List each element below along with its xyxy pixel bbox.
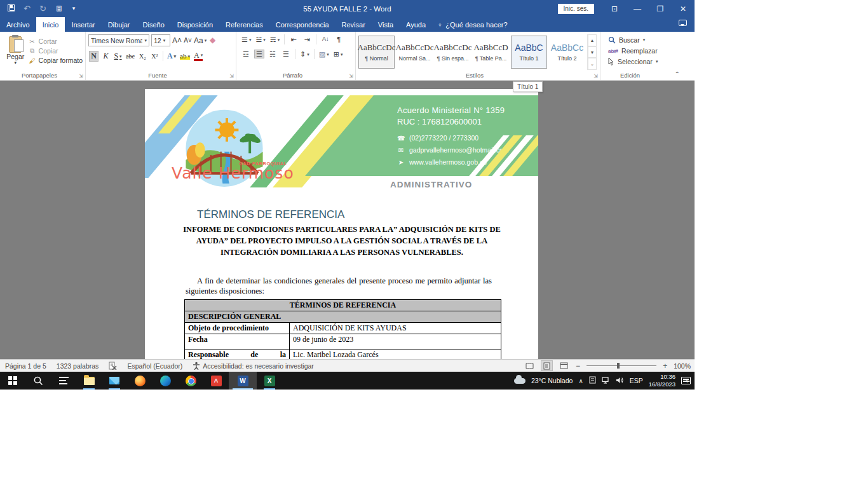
- strikethrough-button[interactable]: abc: [126, 53, 135, 60]
- styles-scroll-up-icon[interactable]: ▲: [588, 34, 597, 46]
- style-sin-espaciado[interactable]: AaBbCcDc¶ Sin espa...: [435, 36, 471, 69]
- proofing-icon[interactable]: [109, 362, 117, 370]
- style-titulo-2[interactable]: AaBbCcTítulo 2: [549, 36, 585, 69]
- subscript-button[interactable]: X₂: [139, 53, 147, 60]
- bullets-icon[interactable]: ☰: [241, 36, 251, 43]
- font-color-button[interactable]: A: [194, 51, 203, 61]
- web-layout-icon[interactable]: [559, 361, 569, 370]
- pilcrow-icon[interactable]: ¶: [334, 36, 343, 43]
- page-indicator[interactable]: Página 1 de 5: [5, 362, 46, 370]
- start-button[interactable]: [0, 372, 25, 390]
- underline-button[interactable]: S: [114, 51, 122, 61]
- task-view-icon[interactable]: [51, 372, 76, 390]
- keyboard-language[interactable]: ESP: [630, 377, 643, 384]
- tab-dibujar[interactable]: Dibujar: [102, 17, 137, 32]
- notification-center-icon[interactable]: 4: [681, 377, 691, 384]
- acrobat-icon[interactable]: A: [203, 372, 229, 390]
- change-case-button[interactable]: Aa: [194, 36, 207, 45]
- tab-referencias[interactable]: Referencias: [219, 17, 269, 32]
- clear-format-icon[interactable]: ◆: [208, 36, 217, 45]
- close-button[interactable]: ✕: [672, 0, 695, 17]
- select-button[interactable]: Seleccionar▾: [608, 58, 682, 65]
- zoom-slider[interactable]: [587, 365, 656, 366]
- sign-in-button[interactable]: Inic. ses.: [558, 4, 594, 14]
- word-count[interactable]: 1323 palabras: [57, 362, 99, 370]
- text-effects-button[interactable]: A: [167, 51, 176, 61]
- format-painter-button[interactable]: 🖌Copiar formato: [29, 57, 83, 64]
- edge-icon[interactable]: [153, 372, 178, 390]
- grow-font-button[interactable]: A˄: [172, 36, 182, 45]
- collapse-ribbon-icon[interactable]: ⌃: [675, 71, 680, 78]
- document-canvas[interactable]: Acuerdo Ministerial N° 1359 RUC : 176812…: [0, 81, 695, 359]
- tab-ayuda[interactable]: Ayuda: [400, 17, 432, 32]
- styles-more-icon[interactable]: ⌄: [588, 58, 597, 70]
- increase-indent-icon[interactable]: ⇥: [302, 36, 311, 43]
- italic-button[interactable]: K: [102, 51, 110, 61]
- taskbar-search-icon[interactable]: [25, 372, 51, 390]
- tray-chevron-icon[interactable]: ∧: [578, 377, 583, 384]
- read-mode-icon[interactable]: [524, 361, 535, 370]
- ribbon-display-options-icon[interactable]: ⊡: [603, 0, 626, 17]
- tab-diseno[interactable]: Diseño: [137, 17, 171, 32]
- font-name-combo[interactable]: Times New Roma▾: [88, 34, 149, 46]
- restore-button[interactable]: ❐: [649, 0, 672, 17]
- excel-taskbar-icon[interactable]: X: [257, 372, 282, 390]
- tell-me-search[interactable]: ♀ ¿Qué desea hacer?: [432, 17, 512, 32]
- comment-icon[interactable]: [679, 20, 687, 26]
- style-normal-sa[interactable]: AaBbCcDcNormal Sa...: [397, 36, 433, 69]
- zoom-level[interactable]: 100%: [674, 362, 691, 370]
- zoom-out-icon[interactable]: −: [576, 362, 580, 370]
- zoom-in-icon[interactable]: +: [663, 362, 667, 370]
- sort-icon[interactable]: A↓: [321, 36, 330, 43]
- accessibility-status[interactable]: Accesibilidad: es necesario investigar: [193, 362, 314, 370]
- decrease-indent-icon[interactable]: ⇤: [289, 36, 298, 43]
- weather-text[interactable]: 23°C Nublado: [531, 377, 573, 384]
- replace-button[interactable]: ab⇄ Reemplazar: [608, 47, 682, 55]
- redo-icon[interactable]: ↻: [39, 4, 46, 13]
- tab-archivo[interactable]: Archivo: [0, 17, 36, 32]
- multilevel-list-icon[interactable]: ☴: [270, 36, 280, 43]
- cut-button[interactable]: ✂Cortar: [29, 37, 83, 45]
- shading-icon[interactable]: ▨: [319, 50, 329, 58]
- dialog-launcher-fuente[interactable]: ⇲: [229, 73, 234, 79]
- style-titulo-1[interactable]: AaBbCTítulo 1: [511, 36, 547, 69]
- font-size-combo[interactable]: 12▾: [151, 34, 170, 46]
- customize-qat-icon[interactable]: ▾: [72, 6, 76, 11]
- dialog-launcher-estilos[interactable]: ⇲: [593, 73, 598, 79]
- tab-disposicion[interactable]: Disposición: [171, 17, 219, 32]
- document-page[interactable]: Acuerdo Ministerial N° 1359 RUC : 176812…: [145, 89, 538, 359]
- dialog-launcher-parrafo[interactable]: ⇲: [349, 73, 353, 79]
- align-left-icon[interactable]: ☲: [241, 50, 250, 58]
- line-spacing-icon[interactable]: ⇕: [300, 50, 309, 58]
- network-icon[interactable]: [602, 377, 610, 385]
- tab-correspondencia[interactable]: Correspondencia: [269, 17, 336, 32]
- tray-document-icon[interactable]: [589, 376, 596, 385]
- file-explorer-icon[interactable]: [76, 372, 102, 390]
- styles-scroll-down-icon[interactable]: ▼: [588, 46, 597, 58]
- align-right-icon[interactable]: ☵: [268, 50, 277, 58]
- tab-revisar[interactable]: Revisar: [336, 17, 372, 32]
- word-taskbar-icon[interactable]: W: [229, 372, 257, 390]
- style-normal[interactable]: AaBbCcDc¶ Normal: [358, 36, 395, 69]
- firefox-icon[interactable]: [127, 372, 153, 390]
- highlight-button[interactable]: ab: [180, 52, 190, 60]
- clock[interactable]: 10:3616/8/2023: [649, 373, 675, 388]
- borders-icon[interactable]: ⊞: [334, 50, 343, 58]
- shrink-font-button[interactable]: A˅: [184, 37, 192, 44]
- save-icon[interactable]: [8, 4, 15, 13]
- minimize-button[interactable]: —: [626, 0, 649, 17]
- print-layout-icon[interactable]: [541, 361, 552, 370]
- mail-app-icon[interactable]: [102, 372, 127, 390]
- style-table-paragraph[interactable]: AaBbCcD¶ Table Pa...: [473, 36, 509, 69]
- superscript-button[interactable]: X²: [151, 53, 159, 60]
- numbering-icon[interactable]: ☱: [255, 36, 265, 43]
- volume-icon[interactable]: [616, 377, 624, 385]
- chrome-icon[interactable]: [178, 372, 203, 390]
- copy-button[interactable]: ⧉Copiar: [29, 47, 83, 55]
- print-preview-icon[interactable]: 🗏: [55, 4, 64, 13]
- tab-inicio[interactable]: Inicio: [36, 17, 65, 32]
- tab-vista[interactable]: Vista: [372, 17, 400, 32]
- dialog-launcher-portapapeles[interactable]: ⇲: [79, 73, 83, 79]
- bold-button[interactable]: N: [90, 51, 98, 61]
- justify-icon[interactable]: ☰: [281, 50, 290, 58]
